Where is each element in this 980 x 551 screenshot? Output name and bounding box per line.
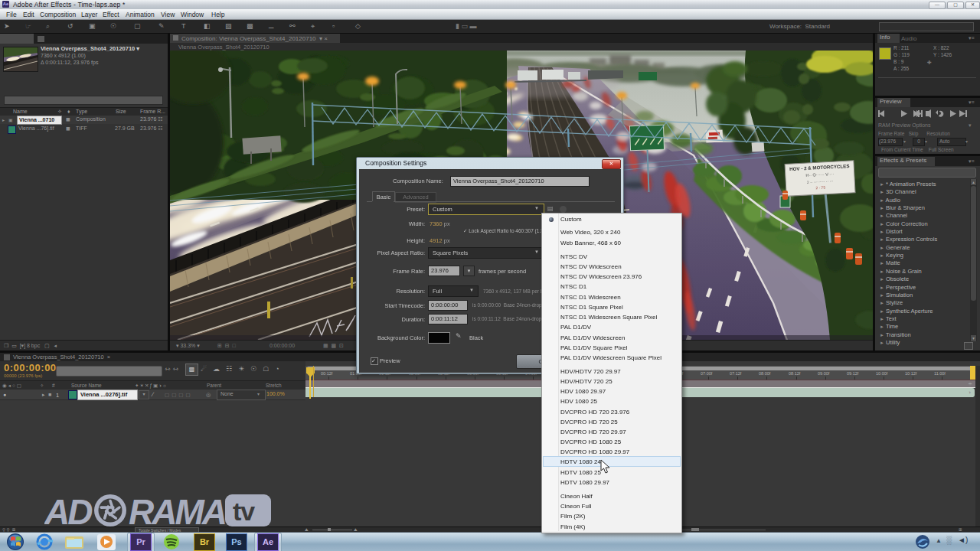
svg-text:AD: AD — [44, 492, 92, 530]
svg-text:2 · 75: 2 · 75 — [815, 185, 825, 191]
svg-text:RAMA: RAMA — [129, 492, 225, 530]
svg-text:tv: tv — [233, 497, 255, 526]
